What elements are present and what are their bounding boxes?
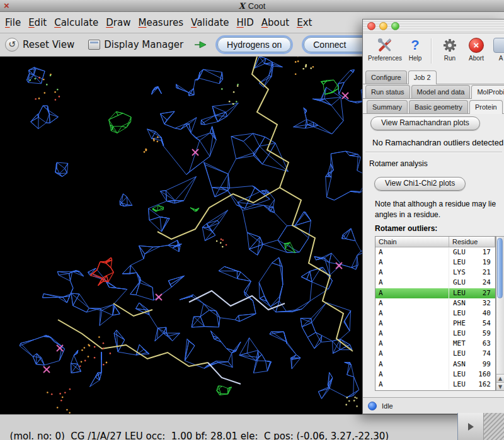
abort-label: Abort — [464, 55, 489, 62]
clipped-icon — [493, 38, 504, 53]
scroll-down-button[interactable]: ▼ — [496, 382, 504, 390]
display-manager-icon[interactable] — [88, 40, 100, 50]
green-arrow-icon — [193, 40, 207, 50]
table-row[interactable]: ALYS21 — [375, 268, 495, 278]
tab-basic-geometry[interactable]: Basic geometry — [409, 100, 468, 113]
window-titlebar[interactable]: × X Coot — [0, 0, 504, 12]
run-button[interactable]: Run — [440, 36, 460, 62]
menu-item-edit[interactable]: Edit — [28, 17, 47, 28]
abort-button[interactable]: × Abort — [464, 36, 489, 62]
scroll-right-button[interactable] — [458, 413, 484, 440]
cell-residue-number: 21 — [478, 268, 495, 278]
cell-residue-number: 162 — [478, 380, 495, 390]
menu-item-calculate[interactable]: Calculate — [54, 17, 98, 28]
rotamer-note-line1: Note that although a residue may lie — [375, 200, 496, 208]
help-button[interactable]: ? Help — [406, 36, 425, 62]
cell-residue-name: LEU — [449, 308, 478, 319]
close-icon[interactable]: × — [4, 0, 9, 11]
cell-residue-name: PHE — [449, 319, 478, 329]
rotamer-outliers-label: Rotamer outliers: — [375, 224, 437, 233]
cell-residue-number: 17 — [478, 247, 495, 257]
dialog-titlebar[interactable] — [363, 20, 504, 33]
menu-item-measures[interactable]: Measures — [138, 17, 183, 28]
preferences-label: Preferences — [367, 55, 403, 62]
reset-view-button[interactable]: Reset View — [23, 39, 74, 50]
menu-item-validate[interactable]: Validate — [191, 17, 229, 28]
menu-item-draw[interactable]: Draw — [106, 17, 130, 28]
cell-residue-name: MET — [449, 339, 478, 349]
right-arrow-icon — [468, 423, 474, 431]
menu-item-about[interactable]: About — [261, 17, 289, 28]
cell-chain: A — [375, 359, 449, 369]
table-row[interactable]: AASN99 — [375, 359, 495, 369]
display-manager-button[interactable]: Display Manager — [104, 39, 183, 50]
cell-residue-number: 63 — [478, 339, 495, 349]
dialog-status-text: Idle — [382, 402, 393, 410]
table-row[interactable]: ALEU59 — [375, 329, 495, 339]
tab-summary[interactable]: Summary — [367, 100, 408, 113]
menu-item-hid[interactable]: HID — [237, 17, 254, 28]
cell-residue-name: ASN — [449, 359, 478, 369]
table-row[interactable]: ALEU27 — [375, 288, 495, 298]
cell-chain: A — [375, 278, 449, 288]
resize-grip[interactable] — [484, 413, 504, 440]
traffic-close-icon[interactable] — [367, 22, 375, 30]
cell-chain: A — [375, 380, 449, 390]
clipped-toolbar-button[interactable]: A — [491, 36, 504, 62]
tab-job-2[interactable]: Job 2 — [408, 71, 437, 84]
table-scrollbar[interactable]: ▲ ▼ — [496, 236, 504, 391]
status-bar: (mol. no: 0) CG /1/A/27 LEU occ: 1.00 bf… — [0, 414, 504, 440]
column-header-residue[interactable]: Residue — [449, 237, 495, 247]
abort-icon: × — [469, 38, 484, 53]
column-header-chain[interactable]: Chain — [375, 237, 449, 247]
view-chi1-chi2-plots-button[interactable]: View Chi1-Chi2 plots — [374, 177, 466, 191]
cell-residue-name: LEU — [449, 380, 478, 390]
window-title: Coot — [248, 1, 265, 11]
cell-residue-name: LEU — [449, 257, 478, 268]
cell-residue-name: GLU — [449, 278, 478, 288]
reset-view-icon[interactable]: ↺ — [5, 38, 19, 52]
table-header: Chain Residue — [375, 237, 495, 247]
menu-item-ext[interactable]: Ext — [297, 17, 312, 28]
run-label: Run — [440, 55, 460, 62]
preferences-button[interactable]: Preferences — [367, 36, 403, 62]
rotamer-table-body: AGLU17ALEU19ALYS21AGLU24ALEU27AASN32ALEU… — [375, 247, 495, 390]
toolbar-separator — [431, 38, 432, 64]
table-row[interactable]: ALEU162 — [375, 380, 495, 390]
view-ramachandran-plots-button[interactable]: View Ramachandran plots — [370, 116, 480, 130]
cell-residue-name: LEU — [449, 288, 478, 298]
hydrogens-toggle-button[interactable]: Hydrogens on — [217, 37, 291, 52]
rotamer-note-line2: angles in a residue. — [375, 210, 440, 219]
rotamer-analysis-label: Rotamer analysis — [369, 159, 428, 168]
cell-residue-number: 59 — [478, 329, 495, 339]
table-row[interactable]: AASN32 — [375, 298, 495, 308]
table-row[interactable]: AGLU24 — [375, 278, 495, 288]
scrollbar-thumb[interactable] — [497, 238, 503, 298]
tab-protein[interactable]: Protein — [469, 100, 503, 114]
table-row[interactable]: ALEU74 — [375, 349, 495, 359]
scroll-up-button[interactable]: ▲ — [496, 374, 504, 382]
status-led-icon — [368, 402, 377, 410]
main-tabs: Configure Job 2 — [363, 70, 504, 84]
table-row[interactable]: AMET63 — [375, 339, 495, 349]
clipped-label: A — [491, 55, 504, 62]
table-row[interactable]: ALEU40 — [375, 308, 495, 319]
ramachandran-message: No Ramachandran outliers detected — [372, 138, 503, 147]
cell-residue-number: 40 — [478, 308, 495, 319]
menu-item-file[interactable]: File — [5, 17, 21, 28]
separator — [365, 152, 502, 153]
cell-residue-name: ASN — [449, 298, 478, 308]
table-row[interactable]: ALEU19 — [375, 257, 495, 268]
traffic-minimize-icon[interactable] — [379, 22, 387, 30]
table-row[interactable]: AGLU17 — [375, 247, 495, 257]
tab-molprobity[interactable]: MolProbity — [471, 85, 504, 99]
tab-model-and-data[interactable]: Model and data — [411, 85, 471, 98]
table-row[interactable]: ALEU160 — [375, 369, 495, 380]
help-label: Help — [406, 55, 425, 62]
tab-configure[interactable]: Configure — [365, 71, 407, 84]
table-row[interactable]: APHE54 — [375, 319, 495, 329]
cell-residue-name: LYS — [449, 268, 478, 278]
traffic-zoom-icon[interactable] — [391, 22, 399, 30]
tab-run-status[interactable]: Run status — [365, 85, 410, 98]
cell-chain: A — [375, 308, 449, 319]
